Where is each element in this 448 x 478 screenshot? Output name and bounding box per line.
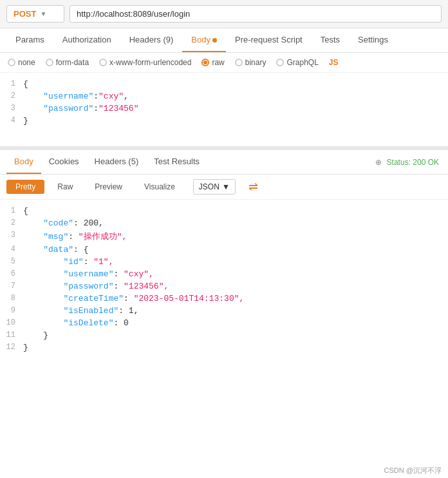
response-tab-test-results[interactable]: Test Results — [146, 150, 207, 174]
line-number: 12 — [0, 343, 23, 352]
js-type-label[interactable]: JS — [329, 58, 339, 67]
url-input[interactable] — [70, 5, 442, 23]
body-type-graphql[interactable]: GraphQL — [276, 58, 318, 67]
line-content: } — [23, 330, 48, 340]
tab-headers[interactable]: Headers (9) — [120, 28, 183, 52]
line-content: "isEnabled": 1, — [23, 306, 138, 316]
request-code-line: 1{ — [0, 78, 448, 90]
line-content: "data": { — [23, 245, 88, 254]
response-section: BodyCookiesHeaders (5)Test Results⊕Statu… — [0, 150, 448, 367]
tab-pre-request[interactable]: Pre-request Script — [226, 28, 312, 52]
request-code-area: 1{2 "username":"cxy",3 "password":"12345… — [0, 73, 448, 150]
line-content: { — [23, 79, 28, 89]
method-select[interactable]: POST ▼ — [6, 5, 64, 23]
tab-settings[interactable]: Settings — [349, 28, 397, 52]
line-content: "createTime": "2023-05-01T14:13:30", — [23, 294, 244, 303]
footer-text: CSDN @沉河不浮 — [384, 466, 442, 474]
line-content: "id": "1", — [23, 257, 113, 267]
radio-label: none — [18, 58, 35, 67]
line-content: "password":"123456" — [23, 104, 138, 113]
tab-body[interactable]: Body — [182, 28, 226, 52]
radio-dot — [201, 59, 209, 66]
line-number: 7 — [0, 282, 23, 291]
line-content: "username": "cxy", — [23, 269, 154, 279]
json-type-selector[interactable]: JSON ▼ — [193, 179, 236, 195]
body-type-x-www-form-urlencoded[interactable]: x-www-form-urlencoded — [99, 58, 191, 67]
line-content: { — [23, 206, 28, 216]
radio-dot — [99, 59, 107, 66]
line-content: "msg": "操作成功", — [23, 231, 127, 242]
line-content: } — [23, 116, 28, 126]
top-bar: POST ▼ — [0, 0, 448, 28]
format-btn-raw[interactable]: Raw — [48, 180, 82, 194]
body-type-form-data[interactable]: form-data — [46, 58, 89, 67]
radio-label: binary — [245, 58, 266, 67]
line-number: 3 — [0, 231, 23, 240]
response-code-line: 8 "createTime": "2023-05-01T14:13:30", — [0, 292, 448, 305]
response-code-line: 10 "isDelete": 0 — [0, 317, 448, 329]
line-content: } — [23, 343, 28, 352]
line-number: 1 — [0, 206, 23, 215]
radio-dot — [276, 59, 284, 66]
json-chevron-icon: ▼ — [222, 182, 230, 191]
response-code-line: 6 "username": "cxy", — [0, 268, 448, 280]
body-type-raw[interactable]: raw — [201, 58, 224, 67]
response-tab-cookies[interactable]: Cookies — [41, 150, 87, 174]
body-type-none[interactable]: none — [8, 58, 35, 67]
line-number: 9 — [0, 306, 23, 315]
method-chevron-icon: ▼ — [40, 10, 46, 17]
tab-authorization[interactable]: Authorization — [53, 28, 120, 52]
format-btn-preview[interactable]: Preview — [86, 180, 131, 194]
tab-tests[interactable]: Tests — [312, 28, 349, 52]
line-content: "isDelete": 0 — [23, 318, 129, 328]
response-code-line: 7 "password": "123456", — [0, 280, 448, 292]
response-code-line: 9 "isEnabled": 1, — [0, 305, 448, 317]
top-tabs: ParamsAuthorizationHeaders (9)BodyPre-re… — [0, 28, 448, 53]
line-content: "password": "123456", — [23, 282, 169, 291]
response-code-area: 1{2 "code": 200,3 "msg": "操作成功",4 "data"… — [0, 200, 448, 367]
body-type-row: noneform-datax-www-form-urlencodedrawbin… — [0, 53, 448, 73]
response-code-line: 1{ — [0, 205, 448, 217]
method-value: POST — [14, 9, 36, 19]
line-content: "username":"cxy", — [23, 91, 129, 101]
tab-params[interactable]: Params — [6, 28, 53, 52]
radio-label: form-data — [56, 58, 89, 67]
line-number: 5 — [0, 257, 23, 266]
line-number: 11 — [0, 330, 23, 339]
radio-label: x-www-form-urlencoded — [109, 58, 191, 67]
response-tabs: BodyCookiesHeaders (5)Test Results⊕Statu… — [0, 150, 448, 175]
tab-dot — [212, 38, 217, 43]
response-status: ⊕Status: 200 OK — [375, 158, 442, 167]
status-text: Status: 200 OK — [387, 158, 439, 167]
response-code-line: 4 "data": { — [0, 244, 448, 256]
request-code-line: 2 "username":"cxy", — [0, 90, 448, 102]
format-btn-pretty[interactable]: Pretty — [6, 180, 44, 194]
line-content: "code": 200, — [23, 218, 104, 228]
line-number: 10 — [0, 318, 23, 327]
line-number: 8 — [0, 294, 23, 303]
response-code-line: 11 } — [0, 329, 448, 341]
radio-dot — [46, 59, 53, 66]
radio-label: GraphQL — [286, 58, 318, 67]
body-type-binary[interactable]: binary — [235, 58, 266, 67]
request-code-line: 3 "password":"123456" — [0, 102, 448, 115]
line-number: 6 — [0, 269, 23, 278]
format-row: PrettyRawPreviewVisualizeJSON ▼⇌ — [0, 175, 448, 200]
line-number: 2 — [0, 91, 23, 100]
json-type-label: JSON — [199, 182, 219, 191]
line-number: 4 — [0, 245, 23, 254]
request-code-line: 4} — [0, 115, 448, 127]
line-number: 3 — [0, 104, 23, 113]
line-number: 2 — [0, 218, 23, 227]
response-tab-body[interactable]: Body — [6, 150, 41, 174]
footer: CSDN @沉河不浮 — [378, 463, 448, 478]
response-tab-headers[interactable]: Headers (5) — [87, 150, 147, 174]
radio-label: raw — [212, 58, 224, 67]
line-number: 4 — [0, 116, 23, 125]
wrap-button[interactable]: ⇌ — [243, 178, 263, 195]
format-btn-visualize[interactable]: Visualize — [135, 180, 184, 194]
radio-dot — [235, 59, 243, 66]
response-code-line: 12} — [0, 341, 448, 354]
radio-dot — [8, 59, 15, 66]
response-code-line: 3 "msg": "操作成功", — [0, 229, 448, 244]
